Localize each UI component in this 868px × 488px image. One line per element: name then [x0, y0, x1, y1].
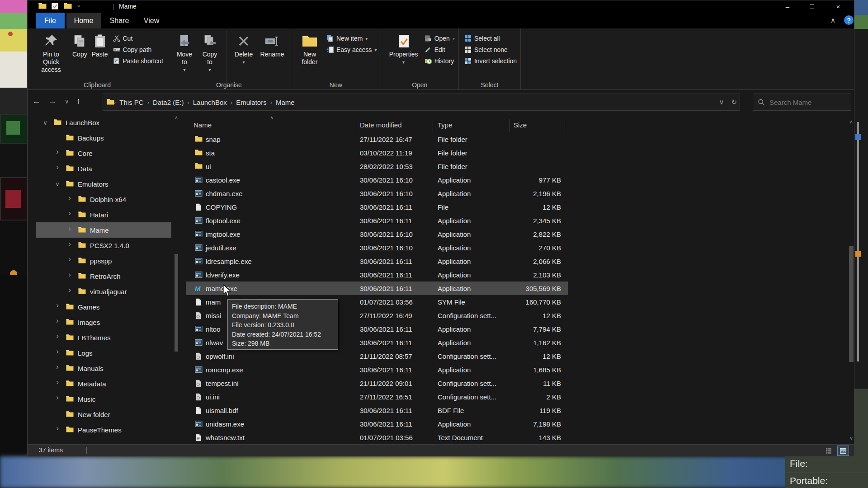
tree-item-data[interactable]: ›Data [36, 161, 171, 176]
column-header-name[interactable]: Name [193, 121, 212, 129]
tree-item-backups[interactable]: Backups [36, 130, 171, 145]
chevron-right-icon[interactable]: › [66, 255, 73, 264]
tree-item-music[interactable]: ›Music [36, 391, 171, 407]
tree-item-dolphin-x64[interactable]: ›Dolphin-x64 [36, 192, 171, 207]
breadcrumb-item[interactable]: This PC [116, 99, 147, 106]
file-row-tempest-ini[interactable]: tempest.ini21/11/2022 09:01Configuration… [186, 376, 568, 390]
chevron-right-icon[interactable]: › [54, 362, 61, 371]
breadcrumb-item[interactable]: LaunchBox [189, 99, 231, 106]
qat-new-folder-icon[interactable] [64, 2, 72, 10]
file-row-unidasm-exe[interactable]: unidasm.exe30/06/2021 16:11Application7,… [186, 417, 568, 431]
tree-item-lbthemes[interactable]: ›LBThemes [36, 330, 171, 345]
file-row-ldverify-exe[interactable]: ldverify.exe30/06/2021 16:11Application2… [186, 268, 568, 282]
tab-file[interactable]: File [36, 13, 65, 28]
up-icon[interactable]: ↑ [76, 96, 81, 106]
chevron-right-icon[interactable]: › [54, 147, 61, 156]
cut-button[interactable]: Cut [113, 35, 164, 42]
file-row-copying[interactable]: COPYING30/06/2021 16:11File12 KB [186, 200, 568, 214]
collapse-ribbon-icon[interactable]: ∧ [830, 16, 835, 24]
breadcrumb-item[interactable]: Mame [272, 99, 298, 106]
chevron-right-icon[interactable]: › [54, 332, 61, 341]
file-row-ui-ini[interactable]: ui.ini27/11/2022 16:51Configuration sett… [186, 390, 568, 404]
tree-item-mame[interactable]: ›Mame [36, 222, 171, 238]
pin-to-quick-access-button[interactable]: Pin to Quick access [32, 31, 70, 74]
forward-icon[interactable]: → [48, 96, 57, 106]
file-row-whatsnew-txt[interactable]: whatsnew.txt01/07/2021 03:56Text Documen… [186, 431, 568, 444]
chevron-right-icon[interactable]: › [54, 424, 61, 433]
file-row-sta[interactable]: sta03/10/2022 11:19File folder [186, 146, 568, 160]
tree-item-hatari[interactable]: ›Hatari [36, 207, 171, 222]
tree-item-virtualjaguar[interactable]: ›virtualjaguar [36, 284, 171, 299]
tree-item-emulators[interactable]: ∨Emulators [36, 176, 171, 192]
tree-item-ppsspp[interactable]: ›ppsspp [36, 253, 171, 268]
qat-properties-icon[interactable] [51, 2, 59, 10]
select-none-button[interactable]: Select none [464, 46, 517, 53]
copy-button[interactable]: Copy [70, 31, 90, 58]
delete-button[interactable]: Delete▾ [230, 31, 257, 66]
chevron-right-icon[interactable]: › [54, 393, 61, 402]
chevron-down-icon[interactable]: ∨ [54, 181, 61, 188]
file-row-jedutil-exe[interactable]: jedutil.exe30/06/2021 16:10Application27… [186, 241, 568, 254]
details-view-button[interactable] [823, 446, 834, 455]
chevron-right-icon[interactable]: › [66, 224, 73, 233]
minimize-button[interactable]: – [777, 0, 798, 13]
recent-locations-icon[interactable]: ∨ [65, 98, 69, 105]
file-row-opwolf-ini[interactable]: opwolf.ini21/11/2022 08:57Configuration … [186, 349, 568, 363]
qat-customize-icon[interactable]: ⌄ [76, 1, 81, 8]
tab-home[interactable]: Home [66, 13, 101, 28]
search-box[interactable] [753, 94, 851, 111]
invert-selection-button[interactable]: Invert selection [464, 57, 517, 65]
edit-button[interactable]: Edit [425, 46, 455, 53]
close-button[interactable]: × [828, 0, 849, 13]
tab-view[interactable]: View [136, 13, 167, 28]
file-row-uismall-bdf[interactable]: uismall.bdf30/06/2021 16:11BDF File119 K… [186, 404, 568, 417]
breadcrumb-item[interactable]: Data2 (E:) [149, 99, 187, 106]
chevron-right-icon[interactable]: › [54, 316, 61, 325]
chevron-right-icon[interactable]: › [54, 301, 61, 310]
tree-item-core[interactable]: ›Core [36, 145, 171, 161]
file-row-mame-exe[interactable]: Mmame.exe30/06/2021 16:11Application305,… [186, 282, 568, 295]
chevron-right-icon[interactable]: › [66, 193, 73, 202]
file-row-ui[interactable]: ui28/02/2022 10:53File folder [186, 160, 568, 173]
chevron-down-icon[interactable]: ∨ [42, 119, 48, 126]
chevron-right-icon[interactable]: › [66, 270, 73, 279]
new-folder-button[interactable]: New folder [296, 31, 324, 66]
list-scrollbar[interactable]: ∧ ∨ [848, 119, 855, 441]
tab-share[interactable]: Share [103, 13, 136, 28]
file-row-imgtool-exe[interactable]: imgtool.exe30/06/2021 16:10Application2,… [186, 227, 568, 241]
tree-item-pcsx2-1-4-0[interactable]: ›PCSX2 1.4.0 [36, 238, 171, 253]
easy-access-button[interactable]: Easy access▾ [326, 46, 377, 53]
chevron-right-icon[interactable]: › [66, 239, 73, 249]
file-row-chdman-exe[interactable]: chdman.exe30/06/2021 16:10Application2,1… [186, 187, 568, 200]
paste-button[interactable]: Paste [90, 31, 110, 58]
thumbnails-view-button[interactable] [838, 446, 849, 455]
maximize-button[interactable] [802, 0, 822, 13]
rename-button[interactable]: Rename [257, 31, 287, 58]
refresh-icon[interactable]: ↻ [731, 98, 737, 106]
tree-scrollbar[interactable]: ∧ [173, 115, 179, 439]
file-row-snap[interactable]: snap27/11/2022 16:47File folder [186, 132, 568, 146]
copy-to-button[interactable]: Copy to▾ [197, 31, 222, 74]
new-item-button[interactable]: New item▾ [326, 35, 377, 42]
chevron-right-icon[interactable]: › [54, 163, 61, 172]
tree-item-games[interactable]: ›Games [36, 299, 171, 314]
tree-item-images[interactable]: ›Images [36, 314, 171, 330]
chevron-right-icon[interactable]: › [66, 286, 73, 295]
file-row-romcmp-exe[interactable]: romcmp.exe30/06/2021 16:11Application1,6… [186, 363, 568, 376]
help-button[interactable]: ? [844, 15, 854, 25]
properties-button[interactable]: Properties▾ [386, 31, 422, 66]
tree-item-retroarch[interactable]: ›RetroArch [36, 268, 171, 284]
file-row-floptool-exe[interactable]: floptool.exe30/06/2021 16:11Application2… [186, 214, 568, 227]
select-all-button[interactable]: Select all [464, 35, 517, 42]
file-row-castool-exe[interactable]: castool.exe30/06/2021 16:10Application97… [186, 173, 568, 187]
breadcrumb-item[interactable]: Emulators [232, 99, 270, 106]
address-bar[interactable]: ›This PC›Data2 (E:)›LaunchBox›Emulators›… [103, 94, 740, 111]
search-input[interactable] [769, 99, 842, 106]
tree-item-launchbox[interactable]: ∨LaunchBox [36, 115, 171, 130]
chevron-right-icon[interactable]: › [54, 347, 61, 356]
tree-item-new-folder[interactable]: New folder [36, 407, 171, 422]
copy-path-button[interactable]: Copy path [113, 46, 164, 53]
tree-item-metadata[interactable]: ›Metadata [36, 376, 171, 391]
column-header-type[interactable]: Type [438, 121, 453, 129]
file-row-ldresample-exe[interactable]: ldresample.exe30/06/2021 16:11Applicatio… [186, 254, 568, 268]
